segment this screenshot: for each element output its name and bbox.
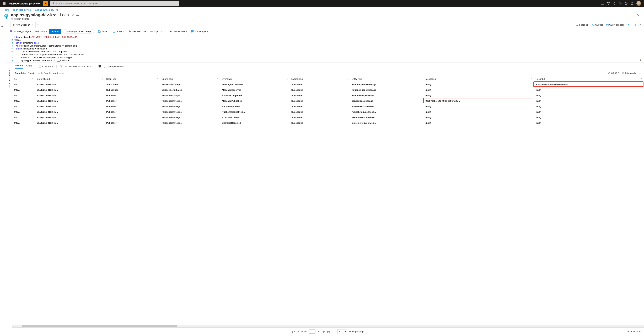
- svg-rect-18: [39, 65, 40, 67]
- new-alert-button[interactable]: New alert rule: [128, 30, 146, 33]
- col-recordid[interactable]: RecordId: [534, 76, 644, 82]
- search-input[interactable]: [50, 1, 179, 6]
- table-cell: (null): [424, 115, 534, 120]
- col-entitytype[interactable]: EntityType: [350, 76, 424, 82]
- schema-filter-rail[interactable]: Schema and Filter: [7, 63, 12, 336]
- query-tab[interactable]: New Query 1* ×: [10, 22, 36, 28]
- close-tab-icon[interactable]: ×: [32, 23, 33, 26]
- pin-dashboard-button[interactable]: Pin to dashboard: [166, 30, 187, 33]
- filter-icon[interactable]: [157, 78, 159, 80]
- table-cell: PublishResponseMes...: [350, 104, 424, 109]
- prev-page-icon[interactable]: ◀: [298, 330, 299, 333]
- table-row[interactable]: 4/20...21a4821e-01b3-45...PublisherPubli…: [12, 109, 644, 115]
- table-row[interactable]: 4/20...21a4821e-01b3-45...PublisherPubli…: [12, 93, 644, 98]
- table-cell: Succeeded: [290, 93, 350, 98]
- queries-button[interactable]: Queries: [592, 23, 603, 26]
- save-button[interactable]: Save ▾: [98, 30, 109, 33]
- page-input[interactable]: [308, 330, 316, 334]
- table-cell: Publisher: [104, 98, 160, 104]
- query-editor[interactable]: 123456789 let correlationId = "21a4821e-…: [7, 35, 644, 63]
- save-icon: [98, 30, 100, 33]
- results-tab[interactable]: Results: [15, 64, 23, 69]
- filter-icon[interactable]: [217, 78, 219, 80]
- user-avatar[interactable]: [636, 1, 641, 6]
- settings-icon[interactable]: [619, 2, 622, 5]
- table-row[interactable]: 4/20...21a4821e-01b3-45...PublisherPubli…: [12, 98, 644, 104]
- first-page-icon[interactable]: ▮◀: [292, 330, 295, 333]
- display-time-button[interactable]: Display time (UTC+09:00) ▾: [60, 65, 91, 68]
- svg-point-6: [632, 3, 632, 3]
- table-cell: (null): [424, 120, 534, 126]
- code-content[interactable]: let correlationId = "21a4821e-01b3-45d5-…: [14, 35, 644, 62]
- chevron-down-icon[interactable]: [639, 24, 641, 26]
- col-correlationid[interactable]: CorrelationId: [35, 76, 104, 82]
- svg-rect-12: [7, 15, 7, 16]
- add-tab-button[interactable]: +: [37, 23, 39, 27]
- format-query-button[interactable]: Format query: [191, 30, 208, 33]
- collapse-editor-icon[interactable]: [640, 59, 642, 61]
- table-cell: ExerciseRequestMes...: [350, 120, 424, 126]
- horizontal-scrollbar[interactable]: [12, 325, 644, 328]
- notifications-icon[interactable]: [613, 2, 616, 5]
- table-cell: 21a4821e-01b3-45...: [35, 87, 104, 93]
- help-icon[interactable]: [625, 2, 628, 5]
- table-cell: ExerciseResponseMe...: [350, 115, 424, 120]
- expand-results-icon[interactable]: [639, 72, 641, 74]
- table-cell: Succeeded: [290, 82, 350, 87]
- settings-gear-icon[interactable]: [627, 23, 630, 26]
- filter-icon[interactable]: [421, 78, 422, 80]
- run-button[interactable]: Run: [49, 29, 62, 34]
- page-subtitle: Application Insights: [11, 18, 69, 20]
- export-button[interactable]: Export ▾: [150, 30, 162, 33]
- more-icon[interactable]: ···: [76, 13, 79, 17]
- search-bar: [50, 1, 179, 6]
- col-eventstatus[interactable]: EventStatus: [290, 76, 350, 82]
- panel-icon[interactable]: [633, 24, 636, 26]
- expand-sidebar-icon[interactable]: [0, 25, 7, 28]
- breadcrumb-home[interactable]: Home: [4, 8, 10, 11]
- feedback-smile-icon[interactable]: [630, 2, 633, 5]
- breadcrumb-resource[interactable]: appins-gymlog-dev-krc: [35, 8, 58, 11]
- col-messageid[interactable]: MessageId: [424, 76, 534, 82]
- left-rail: [0, 22, 7, 336]
- last-page-icon[interactable]: ▶▮: [327, 330, 330, 333]
- filter-icon[interactable]: [32, 78, 34, 80]
- columns-button[interactable]: Columns ▾: [39, 65, 53, 68]
- query-explorer-button[interactable]: Query explorer: [606, 23, 624, 26]
- items-per-page-select[interactable]: 50▾: [338, 329, 347, 334]
- filter-icon[interactable]: [607, 2, 610, 5]
- col-eventtype[interactable]: EventType: [220, 76, 290, 82]
- time-range-selector[interactable]: Time range : Last 7 days: [63, 29, 94, 33]
- col-spanstatus[interactable]: SpanStatus: [160, 76, 220, 82]
- filter-icon[interactable]: [102, 78, 103, 80]
- chart-tab[interactable]: Chart: [26, 64, 32, 68]
- col-timestamp[interactable]: e...: [12, 76, 35, 82]
- hamburger-icon[interactable]: [2, 2, 7, 5]
- filter-icon[interactable]: [346, 78, 348, 80]
- close-icon[interactable]: ✕: [637, 13, 640, 17]
- line-gutter: 123456789: [7, 35, 14, 62]
- table-row[interactable]: 4/20...21a4821e-01b3-45...SubscriberSubs…: [12, 87, 644, 93]
- table-row[interactable]: 4/20...21a4821e-01b3-45...PublisherPubli…: [12, 115, 644, 120]
- filter-icon[interactable]: [641, 78, 642, 80]
- pin-icon[interactable]: [71, 14, 74, 17]
- table-row[interactable]: 4/20...21a4821e-01b3-45...SubscriberSubs…: [12, 82, 644, 87]
- table-cell: 21a4821e-01b3-45...: [35, 82, 104, 87]
- bug-icon[interactable]: [43, 1, 48, 6]
- table-row[interactable]: 4/20...21a4821e-01b3-45...PublisherPubli…: [12, 104, 644, 109]
- table-row[interactable]: 4/20...21a4821e-01b3-45...PublisherPubli…: [12, 120, 644, 126]
- status-text: Completed. Showing results from the last…: [15, 72, 64, 74]
- select-scope-link[interactable]: Select scope: [34, 30, 47, 33]
- next-page-icon[interactable]: ▶: [324, 330, 325, 333]
- chevron-right-icon: ›: [33, 9, 34, 11]
- share-button[interactable]: Share ▾: [113, 30, 124, 33]
- filter-icon[interactable]: [531, 78, 532, 80]
- separator: [164, 29, 164, 33]
- cloud-shell-icon[interactable]: [601, 2, 604, 5]
- feedback-button[interactable]: Feedback: [576, 23, 589, 26]
- table-cell: 9c5872ab-c140-494a-8e96-fe25...: [534, 82, 644, 87]
- breadcrumb-rg[interactable]: rg-gymlog-dev-krc: [14, 8, 32, 11]
- col-spantype[interactable]: SpanType: [104, 76, 160, 82]
- group-columns-toggle[interactable]: [98, 65, 105, 68]
- filter-icon[interactable]: [286, 78, 288, 80]
